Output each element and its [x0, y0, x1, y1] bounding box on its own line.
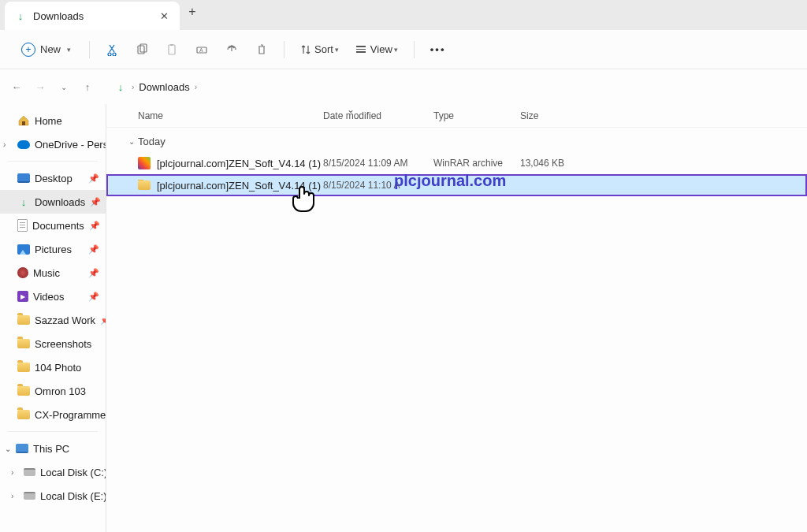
folder-icon [17, 410, 30, 419]
address-bar[interactable]: ↓ › Downloads › [106, 80, 807, 93]
sidebar-label: Documents [32, 220, 84, 232]
tab-downloads[interactable]: ↓ Downloads ✕ [5, 2, 180, 30]
toolbar: + New ▾ A Sort ▾ View ▾ ••• [0, 30, 807, 69]
disk-icon [24, 468, 35, 476]
clipboard-icon [165, 43, 178, 56]
sidebar-item-desktop[interactable]: Desktop 📌 [0, 166, 106, 190]
group-label: Today [138, 136, 165, 147]
sidebar-label: Desktop [35, 173, 73, 184]
sidebar-item-videos[interactable]: ▶ Videos 📌 [0, 285, 106, 308]
column-headers[interactable]: Name Date modified Type Size [106, 104, 807, 128]
sidebar-label: Local Disk (E:) [40, 490, 106, 502]
separator [284, 41, 284, 58]
svg-rect-2 [169, 45, 175, 54]
breadcrumb-item[interactable]: Downloads [139, 81, 189, 93]
sidebar[interactable]: Home › OneDrive - Perso Desktop 📌 ↓ Down… [0, 104, 106, 532]
rename-button[interactable]: A [189, 37, 214, 62]
chevron-down-icon: ▾ [335, 46, 339, 54]
sidebar-item-home[interactable]: Home [0, 109, 106, 132]
new-button[interactable]: + New ▾ [13, 37, 80, 62]
pin-icon: 📌 [88, 292, 99, 302]
download-icon: ↓ [14, 9, 27, 22]
new-tab-button[interactable]: + [180, 5, 205, 19]
file-date: 8/15/2024 11:09 AM [323, 158, 433, 169]
col-name[interactable]: Name [138, 110, 323, 121]
sidebar-item-downloads[interactable]: ↓ Downloads 📌 [0, 190, 106, 214]
sidebar-label: Downloads [35, 196, 85, 208]
breadcrumb: ↓ › Downloads › [114, 80, 197, 93]
pin-icon: 📌 [88, 268, 99, 278]
sort-label: Sort [314, 43, 333, 55]
winrar-icon [138, 157, 151, 169]
pin-icon: 📌 [88, 244, 99, 255]
sidebar-item-folder[interactable]: Omron 103 [0, 379, 106, 403]
download-icon: ↓ [17, 195, 30, 208]
folder-icon [17, 363, 30, 372]
sidebar-item-folder[interactable]: 104 Photo [0, 355, 106, 379]
desktop-icon [17, 173, 30, 183]
video-icon: ▶ [17, 291, 28, 302]
sidebar-item-drive-e[interactable]: › Local Disk (E:) [0, 484, 106, 508]
recent-button[interactable]: ⌄ [54, 76, 74, 97]
sidebar-item-onedrive[interactable]: › OneDrive - Perso [0, 132, 106, 156]
sort-icon [300, 44, 311, 55]
up-button[interactable]: ↑ [77, 76, 98, 97]
sidebar-item-folder[interactable]: Sazzad Work 📌 [0, 308, 106, 332]
close-tab-button[interactable]: ✕ [158, 9, 170, 22]
rename-icon: A [195, 43, 208, 56]
file-row-archive[interactable]: [plcjournal.com]ZEN_Soft_V4.14 (1) 8/15/… [106, 152, 807, 174]
folder-icon [138, 180, 151, 190]
sidebar-label: Screenshots [35, 338, 91, 350]
tab-title: Downloads [33, 10, 151, 22]
divider [8, 431, 98, 432]
folder-icon [17, 315, 30, 325]
divider [8, 161, 98, 162]
col-date[interactable]: Date modified [323, 110, 433, 121]
sidebar-item-drive-c[interactable]: › Local Disk (C:) [0, 460, 106, 484]
sidebar-label: 104 Photo [35, 362, 81, 374]
separator [89, 41, 90, 58]
new-label: New [40, 43, 61, 55]
cut-button[interactable] [99, 37, 125, 62]
sidebar-item-pictures[interactable]: Pictures 📌 [0, 237, 106, 261]
copy-button[interactable] [129, 37, 154, 62]
copy-icon [136, 43, 148, 56]
folder-icon [17, 386, 30, 396]
view-label: View [370, 43, 392, 55]
sidebar-item-music[interactable]: Music 📌 [0, 261, 106, 285]
trash-icon [255, 43, 268, 56]
col-type[interactable]: Type [433, 110, 520, 121]
sidebar-item-folder[interactable]: Screenshots [0, 332, 106, 355]
scissors-icon [106, 43, 118, 56]
pin-icon: 📌 [90, 197, 101, 207]
svg-text:A: A [199, 47, 203, 53]
delete-button[interactable] [249, 37, 274, 62]
sidebar-label: Sazzad Work [35, 314, 95, 326]
chevron-down-icon: ⌄ [5, 445, 11, 453]
group-today[interactable]: ⌄ Today [106, 128, 807, 152]
chevron-right-icon: › [11, 492, 13, 500]
file-row-folder[interactable]: [plcjournal.com]ZEN_Soft_V4.14 (1) 8/15/… [106, 174, 807, 196]
sidebar-item-this-pc[interactable]: ⌄ This PC [0, 437, 106, 460]
sidebar-item-folder[interactable]: CX-Programmer [0, 403, 106, 426]
file-name: [plcjournal.com]ZEN_Soft_V4.14 (1) [157, 158, 321, 169]
paste-button[interactable] [159, 37, 184, 62]
forward-button[interactable]: → [30, 76, 50, 97]
pin-icon: 📌 [100, 315, 106, 326]
disk-icon [24, 492, 35, 500]
sort-button[interactable]: Sort ▾ [294, 37, 345, 62]
sidebar-item-documents[interactable]: Documents 📌 [0, 214, 106, 237]
sidebar-label: Omron 103 [35, 385, 86, 397]
sidebar-label: This PC [33, 443, 69, 455]
back-button[interactable]: ← [6, 76, 27, 97]
tab-strip: ↓ Downloads ✕ + [0, 0, 807, 30]
view-button[interactable]: View ▾ [350, 37, 404, 62]
svg-rect-3 [170, 44, 173, 46]
download-icon: ↓ [114, 80, 127, 93]
share-button[interactable] [219, 37, 244, 62]
col-size[interactable]: Size [520, 110, 583, 121]
file-list: Name Date modified Type Size ⌄ Today [pl… [106, 104, 807, 532]
more-button[interactable]: ••• [424, 37, 452, 62]
breadcrumb-separator: › [132, 83, 134, 91]
chevron-right-icon: › [11, 468, 13, 477]
